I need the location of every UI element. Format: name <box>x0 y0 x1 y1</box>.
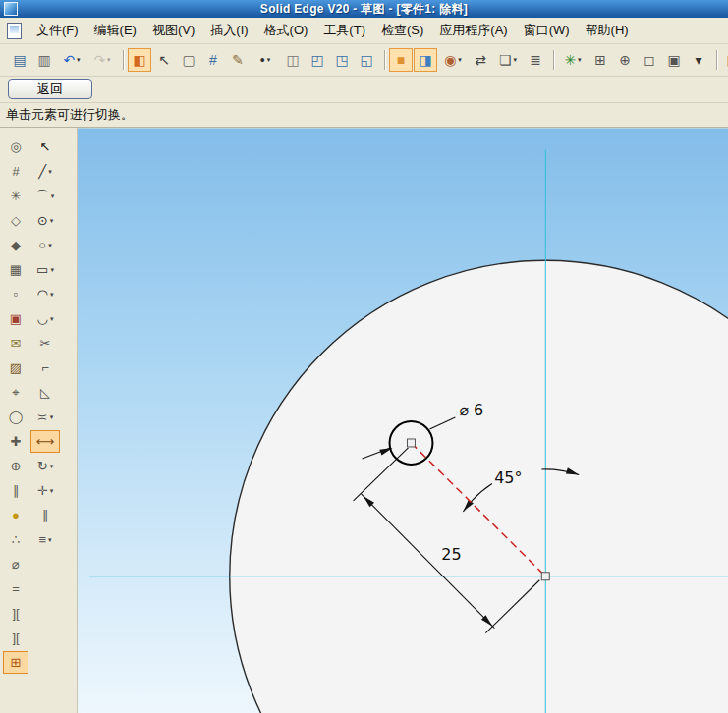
main-toolbar: ▤ ▥ ↶ ↷ ◧ ↖ ▢ # ✎ • <box>0 44 728 77</box>
connect-relation-tool[interactable]: ↻ <box>30 455 60 477</box>
sketch-page-button[interactable]: ✎ <box>226 48 250 72</box>
save-button[interactable]: ▤ <box>8 48 31 72</box>
view-options-dropdown[interactable]: ▾ <box>687 48 710 72</box>
prompt-text: 单击元素可进行切换。 <box>6 107 134 122</box>
view-box-3-button[interactable]: ◱ <box>355 48 378 72</box>
arc-tool[interactable]: ⌒ <box>30 185 60 207</box>
sketch-tool-palette: ◎ # ✳ ◇ ◆ ▦ <box>0 128 78 713</box>
fence-button[interactable]: ▢ <box>177 48 200 72</box>
select-mode-button[interactable]: ↖ <box>152 48 176 72</box>
rectangle-tool[interactable]: ▭ <box>30 258 60 281</box>
menu-item[interactable]: 视图(V) <box>144 19 202 42</box>
line-tool[interactable]: ╱ <box>30 160 60 183</box>
extend-tool[interactable]: ⌐ <box>30 356 60 379</box>
parallel-dimension-tool[interactable]: ∥ <box>30 504 60 526</box>
length-dimension-text[interactable]: 25 <box>441 545 461 564</box>
midpoint-snap-icon[interactable]: ◇ <box>3 209 28 232</box>
grid-snap-icon[interactable]: ▦ <box>3 258 28 281</box>
menu-item[interactable]: 格式(O) <box>256 19 316 42</box>
app-icon <box>4 2 18 16</box>
chamfer-tool[interactable]: ◺ <box>30 381 60 404</box>
palette-column-draw: ↖ ╱ ⌒ ⊙ ○ ▭ <box>30 136 60 553</box>
sketch-options-icon[interactable]: ▣ <box>3 307 28 330</box>
concentric-relation-icon[interactable]: ◯ <box>3 406 28 428</box>
print-button[interactable]: ▥ <box>32 48 56 72</box>
relationship-handles-icon[interactable]: ◎ <box>3 136 28 158</box>
menu-bar: 文件(F)编辑(E)视图(V)插入(I)格式(O)工具(T)检查(S)应用程序(… <box>0 18 728 44</box>
zoom-in-button[interactable]: ⊕ <box>613 48 637 72</box>
return-to-model-button[interactable]: ◧ <box>128 48 151 72</box>
menu-item[interactable]: 插入(I) <box>202 19 255 42</box>
render-mode-button[interactable]: ◉ <box>438 48 468 72</box>
undo-button[interactable]: ↶ <box>57 48 86 72</box>
parallel-relation-icon[interactable]: ∥ <box>3 479 28 502</box>
sheet-setup-button[interactable]: ▦ <box>721 48 728 72</box>
fillet-tool[interactable]: ◡ <box>30 307 60 330</box>
send-to-icon[interactable]: ✉ <box>3 332 28 355</box>
symmetry2-relation-icon[interactable]: ][ <box>3 627 28 649</box>
zoom-area-button[interactable]: ⊞ <box>588 48 612 72</box>
select-tool[interactable]: ↖ <box>30 136 60 158</box>
return-bar: 返回 <box>0 77 728 103</box>
fit-view-button[interactable]: ◻ <box>638 48 661 72</box>
pan-button[interactable]: ⇄ <box>469 48 492 72</box>
shaded-edges-view-button[interactable]: ◨ <box>414 48 437 72</box>
origin-icon[interactable]: ⌖ <box>3 381 28 404</box>
menu-item[interactable]: 文件(F) <box>28 19 86 42</box>
menu-item[interactable]: 帮助(H) <box>578 19 637 42</box>
view-box-2-button[interactable]: ◳ <box>330 48 354 72</box>
offset-tool[interactable]: ≍ <box>30 406 60 428</box>
layers-button[interactable]: ≣ <box>524 48 547 72</box>
origin-point-handle[interactable] <box>541 573 549 580</box>
symmetry-relation-icon[interactable]: ][ <box>3 602 28 625</box>
trim-tool[interactable]: ✂ <box>30 332 60 355</box>
tangent-relation-icon[interactable]: ⊕ <box>3 455 28 477</box>
window-title: Solid Edge V20 - 草图 - [零件1: 除料] <box>0 1 728 18</box>
palette-column-relations: ◎ # ✳ ◇ ◆ ▦ <box>3 136 28 676</box>
menu: 文件(F)编辑(E)视图(V)插入(I)格式(O)工具(T)检查(S)应用程序(… <box>28 19 637 42</box>
symmetric-diameter-tool[interactable]: ≡ <box>30 528 60 551</box>
grid-button[interactable]: # <box>201 48 225 72</box>
equal-relation-icon[interactable]: ⌀ <box>3 553 28 576</box>
diameter-dimension-text[interactable]: ⌀ 6 <box>459 401 483 419</box>
menu-item[interactable]: 工具(T) <box>315 19 373 42</box>
shaded-view-button[interactable]: ■ <box>389 48 413 72</box>
sketch-canvas[interactable]: 25 45° ⌀ 6 <box>78 128 728 713</box>
grid-options-icon[interactable]: # <box>3 160 28 183</box>
angle-dimension-text[interactable]: 45° <box>494 468 522 487</box>
lock-relation-icon[interactable]: ● <box>3 504 28 526</box>
view-box-1-button[interactable]: ◰ <box>306 48 329 72</box>
menu-item[interactable]: 编辑(E) <box>86 19 144 42</box>
circle-center-handle[interactable] <box>407 439 415 447</box>
hatch-icon[interactable]: ▨ <box>3 356 28 379</box>
point-snap-icon[interactable]: ▫ <box>3 283 28 305</box>
pattern-relation-icon[interactable]: ∴ <box>3 528 28 551</box>
connect-button[interactable]: ◫ <box>281 48 305 72</box>
circle-center-tool[interactable]: ⊙ <box>30 209 60 232</box>
distance-between-tool[interactable]: ✛ <box>30 479 60 502</box>
polygon-tool[interactable]: ◠ <box>30 283 60 305</box>
redo-button[interactable]: ↷ <box>87 48 117 72</box>
view-orientation-button[interactable]: ❏ <box>493 48 523 72</box>
return-button[interactable]: 返回 <box>8 79 92 99</box>
circle-tool[interactable]: ○ <box>30 234 60 256</box>
named-views-button[interactable]: ✳ <box>558 48 588 72</box>
menu-item[interactable]: 应用程序(A) <box>431 19 515 42</box>
prompt-bar: 单击元素可进行切换。 <box>0 103 728 128</box>
title-bar: Solid Edge V20 - 草图 - [零件1: 除料] <box>0 0 728 18</box>
horizontal-vertical-relation-icon[interactable]: ✚ <box>3 430 28 453</box>
menu-item[interactable]: 检查(S) <box>373 19 431 42</box>
menu-item[interactable]: 窗口(W) <box>516 19 578 42</box>
point-button[interactable]: • <box>251 48 280 72</box>
maintain-relationships-icon[interactable]: ⊞ <box>3 651 28 674</box>
construction-icon[interactable]: ✳ <box>3 185 28 207</box>
equal2-relation-icon[interactable]: = <box>3 577 28 600</box>
previous-view-button[interactable]: ▣ <box>662 48 686 72</box>
intersection-snap-icon[interactable]: ◆ <box>3 234 28 256</box>
smart-dimension-tool[interactable]: ⟷ <box>30 430 60 453</box>
document-icon[interactable] <box>7 23 22 39</box>
